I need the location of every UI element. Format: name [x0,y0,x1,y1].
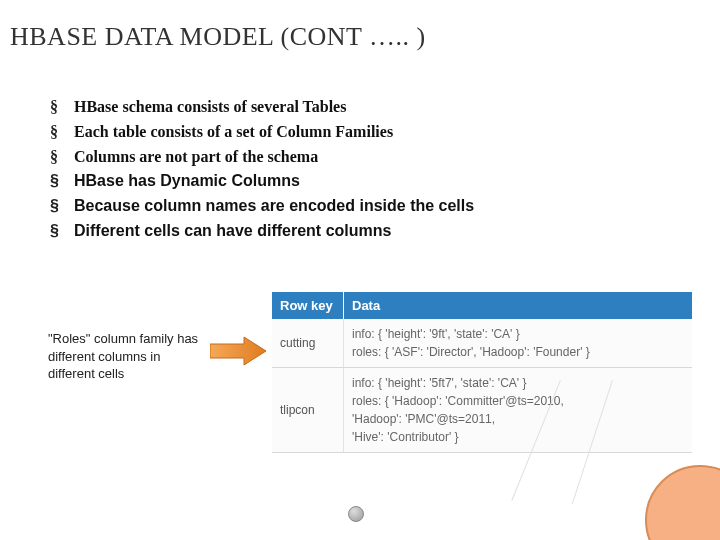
data-line: roles: { 'Hadoop': 'Committer'@ts=2010, [352,392,684,410]
data-line: roles: { 'ASF': 'Director', 'Hadoop': 'F… [352,343,684,361]
data-cell: info: { 'height': '5ft7', 'state': 'CA' … [344,368,692,452]
table-header-cell: Data [344,292,692,319]
bullet-item: Because column names are encoded inside … [50,194,640,219]
table-header-cell: Row key [272,292,344,319]
arrow-right-icon [210,335,266,367]
table-header: Row key Data [272,292,692,319]
table-row: cutting info: { 'height': '9ft', 'state'… [272,319,692,368]
data-line: 'Hadoop': 'PMC'@ts=2011, [352,410,684,428]
data-cell: info: { 'height': '9ft', 'state': 'CA' }… [344,319,692,367]
bullet-item: HBase has Dynamic Columns [50,169,640,194]
bullet-item: Columns are not part of the schema [50,145,640,170]
decorative-dot [348,506,364,522]
bullet-item: Each table consists of a set of Column F… [50,120,640,145]
data-table: Row key Data cutting info: { 'height': '… [272,292,692,453]
data-line: info: { 'height': '5ft7', 'state': 'CA' … [352,374,684,392]
figure-caption: "Roles" column family has different colu… [48,330,208,383]
data-line: info: { 'height': '9ft', 'state': 'CA' } [352,325,684,343]
bullet-item: HBase schema consists of several Tables [50,95,640,120]
bullet-list: HBase schema consists of several Tables … [50,95,640,244]
rowkey-cell: tlipcon [272,368,344,452]
decorative-circle [645,465,720,540]
slide-title: HBASE DATA MODEL (CONT ….. ) [10,22,426,52]
svg-marker-0 [210,337,266,365]
bullet-item: Different cells can have different colum… [50,219,640,244]
table-row: tlipcon info: { 'height': '5ft7', 'state… [272,368,692,453]
rowkey-cell: cutting [272,319,344,367]
data-line: 'Hive': 'Contributor' } [352,428,684,446]
